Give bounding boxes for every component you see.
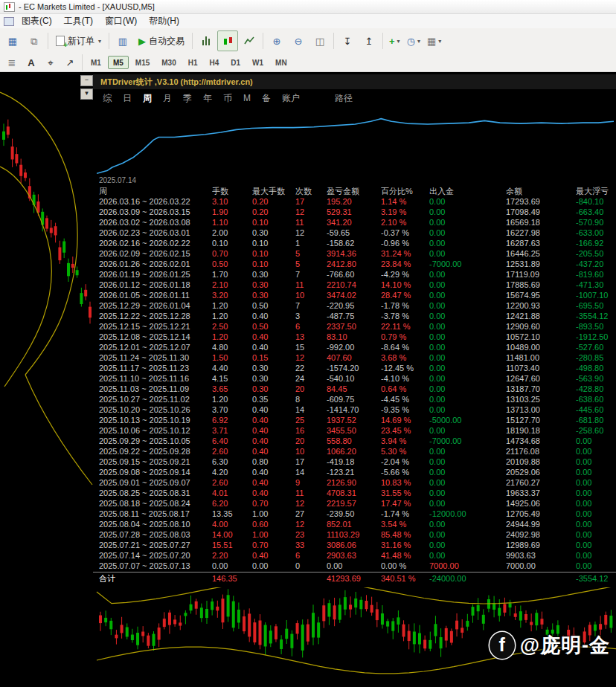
menu-item-3[interactable]: 帮助(H) — [143, 14, 185, 28]
cell: 4.15 — [212, 373, 252, 384]
cell: -4.10 % — [381, 373, 429, 384]
cell: 10 — [295, 290, 327, 300]
cell: 0.30 — [252, 373, 295, 384]
cell: 16569.18 — [506, 217, 576, 228]
timeframe-w1[interactable]: W1 — [247, 56, 269, 69]
indicator-collapse-button[interactable]: ▾ — [80, 88, 93, 100]
cell: 3.65 — [212, 384, 252, 394]
templates-dropdown[interactable]: ▦ ▾ — [424, 35, 444, 48]
toolbar-handle-icon[interactable]: ≣ — [2, 54, 22, 71]
text-tool-icon[interactable]: A — [22, 54, 41, 71]
cell: -766.60 — [327, 269, 381, 280]
autotrading-button[interactable]: ▶ 自动交易 — [134, 33, 189, 49]
ohlc-bars-icon[interactable] — [196, 30, 216, 51]
timeframe-h1[interactable]: H1 — [183, 56, 203, 69]
autotrading-play-icon: ▶ — [138, 36, 146, 46]
cell: 14 — [295, 467, 327, 477]
cell: 0.30 — [252, 363, 295, 373]
line-chart-icon[interactable] — [239, 30, 260, 51]
candlestick-chart-icon[interactable] — [217, 30, 238, 51]
cell: 1.70 — [212, 269, 252, 280]
total-cell: -3554.12 — [576, 572, 616, 585]
cell: 0.30 — [252, 269, 295, 280]
panel-tab-备[interactable]: 备 — [262, 92, 271, 105]
cell: 13713.00 — [506, 404, 576, 415]
total-cell — [506, 572, 576, 585]
timeframe-m15[interactable]: M15 — [130, 56, 155, 69]
cell: 0.00 — [429, 529, 506, 540]
line-chart-glyph — [244, 36, 254, 45]
cell: 2025.12.01 ~ 2025.12.07 — [93, 342, 212, 352]
cell: -9.35 % — [381, 404, 429, 415]
timeframe-m1[interactable]: M1 — [86, 56, 106, 69]
cell: 17 — [295, 196, 327, 207]
cell: 11 — [295, 488, 327, 498]
trendline-tool-icon[interactable]: ↗ — [60, 54, 80, 71]
cell: 0.00 — [576, 436, 616, 446]
timeframe-d1[interactable]: D1 — [225, 56, 246, 69]
cell: 10.83 % — [381, 477, 429, 488]
chart-menu-icon[interactable] — [4, 17, 14, 26]
cell: 0.40 — [252, 342, 295, 352]
cell: 2.10 — [212, 280, 252, 290]
timeframe-mn[interactable]: MN — [270, 56, 292, 69]
cell: -2.04 % — [381, 457, 429, 467]
scroll-chart-down-icon[interactable]: ↧ — [337, 30, 358, 51]
cell: -4.29 % — [381, 269, 429, 280]
panel-tab-M[interactable]: M — [243, 93, 251, 103]
cell: 0.00 — [429, 363, 506, 373]
menu-item-1[interactable]: 工具(T) — [58, 14, 99, 28]
panel-tab-周[interactable]: 周 — [143, 92, 152, 105]
cell: 0.00 — [576, 477, 616, 488]
cell: 16446.25 — [506, 248, 576, 259]
timeframe-h4[interactable]: H4 — [205, 56, 225, 69]
cell: 5.30 % — [381, 446, 429, 457]
periods-dropdown[interactable]: ◷ ▾ — [404, 35, 423, 48]
cell: -819.60 — [576, 269, 616, 280]
cell: 12 — [295, 228, 327, 238]
cell: 0.80 — [252, 457, 295, 467]
cell: 0.00 — [576, 519, 616, 529]
cell: 24092.98 — [506, 529, 576, 540]
panel-tab-日[interactable]: 日 — [123, 92, 132, 105]
cell: 11481.00 — [506, 352, 576, 363]
timeframe-m30[interactable]: M30 — [156, 56, 181, 69]
scroll-chart-up-icon[interactable]: ↥ — [359, 30, 379, 51]
cell: 2025.09.15 ~ 2025.09.21 — [93, 457, 212, 467]
zoom-in-icon[interactable]: ⊕ — [266, 30, 287, 51]
cell: 558.80 — [327, 436, 381, 446]
table-row: 2025.08.25 ~ 2025.08.314.010.40114708.31… — [93, 488, 616, 498]
charts-window-icon[interactable]: ▦ — [2, 30, 23, 51]
panel-tab-路径[interactable]: 路径 — [335, 92, 353, 105]
new-order-button[interactable]: 新订单 ▾ — [51, 33, 106, 49]
panel-tab-月[interactable]: 月 — [163, 92, 172, 105]
menu-item-2[interactable]: 窗口(W) — [99, 14, 143, 28]
cell: 2025.10.13 ~ 2025.10.19 — [93, 415, 212, 425]
chart-grid-icon[interactable]: ▥ — [112, 30, 133, 51]
column-header: 最大手数 — [252, 186, 295, 196]
panel-tab-账户[interactable]: 账户 — [282, 92, 300, 105]
cell: -498.80 — [576, 363, 616, 373]
panel-tab-综[interactable]: 综 — [103, 92, 112, 105]
cell: 2026.03.02 ~ 2026.03.08 — [93, 217, 212, 228]
panel-tab-年[interactable]: 年 — [203, 92, 212, 105]
indicator-minimize-button[interactable]: − — [80, 75, 93, 86]
zoom-out-icon[interactable]: ⊖ — [288, 30, 309, 51]
timeframe-m5[interactable]: M5 — [108, 56, 129, 69]
menu-item-0[interactable]: 图表(C) — [16, 14, 58, 28]
panel-tab-币[interactable]: 币 — [223, 92, 232, 105]
cell: 19633.37 — [506, 488, 576, 498]
table-row: 2025.10.13 ~ 2025.10.196.920.40251937.52… — [93, 415, 616, 425]
crosshair-tool-icon[interactable]: ⌖ — [41, 54, 60, 71]
cell: 14 — [295, 404, 327, 415]
cell: 31.16 % — [381, 540, 429, 550]
panel-tab-季[interactable]: 季 — [183, 92, 192, 105]
cell: 12421.88 — [506, 311, 576, 321]
cell: 3.70 — [212, 404, 252, 415]
workspace-icon[interactable]: ⧉ — [24, 30, 45, 51]
add-indicator-dropdown[interactable]: + ▾ — [386, 35, 403, 48]
cell: 3914.36 — [327, 248, 381, 259]
table-row: 2025.09.08 ~ 2025.09.144.200.4014-123.21… — [93, 467, 616, 477]
tile-windows-icon[interactable]: ◫ — [309, 30, 330, 51]
cell: 195.20 — [327, 196, 381, 207]
